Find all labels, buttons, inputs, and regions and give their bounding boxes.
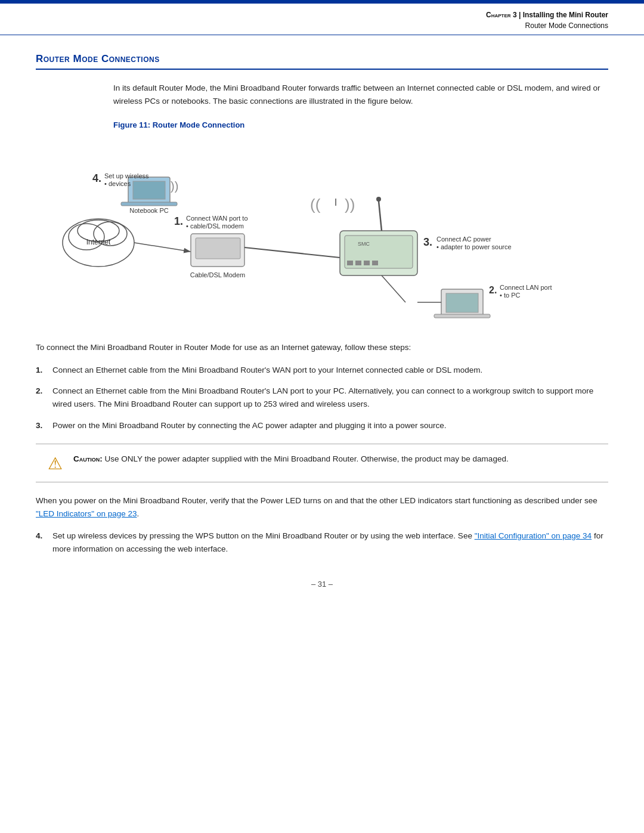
step4-before: Set up wireless devices by pressing the … — [52, 531, 475, 540]
header-right: Chapter 3 | Installing the Mini Router R… — [486, 10, 608, 31]
svg-text:Cable/DSL Modem: Cable/DSL Modem — [190, 271, 246, 278]
chapter-label: Chapter 3 — [486, 11, 517, 19]
post-caution-text: When you power on the Mini Broadband Rou… — [36, 494, 608, 520]
caution-icon: ⚠ — [48, 454, 63, 473]
step-1-text: Connect an Ethernet cable from the Mini … — [52, 364, 608, 377]
svg-rect-20 — [372, 261, 378, 265]
page-header: Chapter 3 | Installing the Mini Router R… — [0, 4, 644, 35]
page-number: – 31 – — [311, 580, 333, 589]
svg-rect-30 — [434, 314, 490, 318]
step-1-number: 1. — [36, 364, 52, 377]
initial-config-link[interactable]: "Initial Configuration" on page 34 — [475, 531, 592, 540]
svg-point-16 — [376, 197, 381, 202]
svg-text:Internet: Internet — [86, 238, 111, 246]
header-subtitle: Router Mode Connections — [486, 20, 608, 31]
diagram-area: Internet Cable/DSL Modem 1. Connect WAN … — [36, 135, 608, 326]
diagram-svg: Internet Cable/DSL Modem 1. Connect WAN … — [36, 135, 608, 326]
svg-text:)): )) — [171, 179, 178, 193]
svg-text:Connect LAN port: Connect LAN port — [500, 284, 552, 291]
svg-text:• devices: • devices — [104, 180, 131, 187]
svg-rect-38 — [133, 181, 165, 199]
svg-rect-31 — [446, 293, 478, 312]
page-content: Router Mode Connections In its default R… — [0, 35, 644, 612]
svg-text:Notebook PC: Notebook PC — [129, 207, 168, 214]
svg-rect-14 — [345, 236, 413, 268]
step-2-number: 2. — [36, 385, 52, 410]
steps-list: 1. Connect an Ethernet cable from the Mi… — [36, 364, 608, 432]
figure-title: Figure 11: Router Mode Connection — [113, 120, 608, 129]
svg-rect-19 — [364, 261, 370, 265]
svg-text:4.: 4. — [92, 172, 101, 184]
header-title: Installing the Mini Router — [523, 11, 608, 19]
svg-rect-18 — [355, 261, 361, 265]
step-2-row: 2. Connect an Ethernet cable from the Mi… — [36, 385, 608, 410]
figure-label: Figure 11: Router Mode Connection — [113, 120, 244, 129]
post-caution-end: . — [137, 509, 139, 518]
step-4-row: 4. Set up wireless devices by pressing t… — [36, 529, 608, 555]
svg-rect-17 — [347, 261, 353, 265]
header-divider: | — [519, 11, 521, 19]
svg-text:• to PC: • to PC — [500, 292, 520, 299]
svg-rect-37 — [121, 202, 177, 206]
caution-body: Use ONLY the power adapter supplied with… — [105, 454, 509, 463]
svg-text:1.: 1. — [174, 215, 183, 227]
caution-label: Caution: — [73, 454, 103, 463]
step-2-text: Connect an Ethernet cable from the Mini … — [52, 385, 608, 410]
svg-text:3.: 3. — [423, 236, 432, 248]
section-title: Router Mode Connections — [36, 53, 608, 70]
svg-text:2.: 2. — [489, 285, 497, 295]
svg-text:Connect AC power: Connect AC power — [436, 236, 491, 243]
caution-box: ⚠ Caution: Use ONLY the power adapter su… — [36, 444, 608, 482]
svg-text:• cable/DSL modem: • cable/DSL modem — [186, 222, 244, 230]
svg-text:Connect WAN port to: Connect WAN port to — [186, 215, 248, 222]
svg-text:SMC: SMC — [358, 241, 370, 247]
svg-text:Set up wireless: Set up wireless — [104, 172, 149, 179]
step-3-row: 3. Power on the Mini Broadband Router by… — [36, 419, 608, 432]
step-3-number: 3. — [36, 419, 52, 432]
step-4-text: Set up wireless devices by pressing the … — [52, 529, 608, 555]
svg-line-5 — [134, 243, 191, 252]
header-chapter: Chapter 3 | Installing the Mini Router — [486, 10, 608, 20]
step-4-number: 4. — [36, 529, 52, 555]
post-caution-before: When you power on the Mini Broadband Rou… — [36, 496, 597, 505]
svg-text:)): )) — [345, 196, 355, 213]
page-footer: – 31 – — [36, 574, 608, 589]
svg-line-15 — [379, 201, 382, 231]
gateway-text: To connect the Mini Broadband Router in … — [36, 341, 608, 354]
step-1-row: 1. Connect an Ethernet cable from the Mi… — [36, 364, 608, 377]
svg-text:ı: ı — [334, 194, 338, 209]
led-indicators-link[interactable]: "LED Indicators" on page 23 — [36, 509, 137, 518]
svg-rect-7 — [196, 238, 240, 259]
intro-text: In its default Router Mode, the Mini Bro… — [113, 82, 608, 107]
svg-line-12 — [244, 247, 340, 258]
svg-line-28 — [382, 275, 405, 302]
step-3-text: Power on the Mini Broadband Router by co… — [52, 419, 608, 432]
svg-text:• adapter to power source: • adapter to power source — [436, 243, 512, 250]
caution-text: Caution: Use ONLY the power adapter supp… — [73, 453, 509, 466]
svg-text:((: (( — [310, 196, 321, 213]
